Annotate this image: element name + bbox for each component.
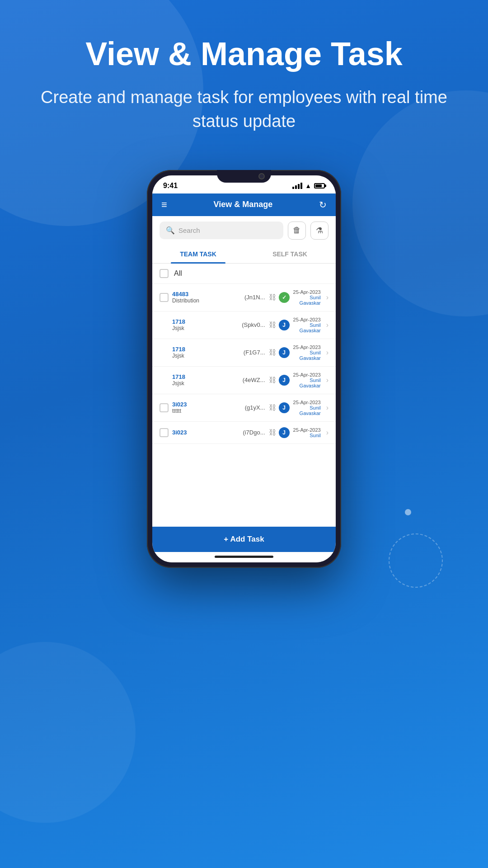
app-title: View & Manage — [214, 200, 273, 209]
row-checkbox[interactable] — [160, 293, 169, 302]
all-row[interactable]: All — [152, 264, 336, 284]
task-id: 1718 — [172, 373, 239, 380]
tabs: TEAM TASK SELF TASK — [152, 245, 336, 264]
phone-screen: 9:41 ▲ ≡ View & Manage — [152, 175, 336, 562]
task-date: 25-Apr-2023 — [293, 400, 321, 405]
table-row[interactable]: 1718 Jsjsk (F1G7... ⛓ J 25-Apr-2023 Suni… — [152, 339, 336, 367]
table-row[interactable]: 3i023 (i7Dgo... ⛓ J 25-Apr-2023 Sunil › — [152, 422, 336, 444]
filter-button[interactable]: ⚗ — [310, 222, 328, 240]
task-id: 3i023 — [172, 401, 241, 408]
task-name: tttttt — [172, 408, 241, 414]
task-date: 25-Apr-2023 — [293, 427, 321, 433]
task-icons: ⛓ J — [269, 402, 290, 413]
task-date: 25-Apr-2023 — [293, 344, 321, 350]
link-icon: ⛓ — [269, 349, 276, 357]
task-info: 3i023 tttttt — [172, 401, 241, 414]
search-placeholder: Search — [178, 226, 200, 234]
trash-button[interactable]: 🗑 — [288, 222, 306, 240]
status-badge: J — [279, 320, 290, 330]
trash-icon: 🗑 — [293, 226, 301, 235]
chevron-right-icon: › — [326, 376, 328, 384]
status-icons: ▲ — [292, 182, 325, 189]
task-name: Jsjsk — [172, 380, 239, 387]
task-name: Jsjsk — [172, 325, 238, 331]
link-icon: ⛓ — [269, 321, 276, 329]
task-assignee: SunilGavaskar — [293, 322, 321, 333]
status-badge: ✓ — [279, 292, 290, 303]
link-icon: ⛓ — [269, 429, 276, 437]
task-id: 1718 — [172, 318, 238, 325]
phone-notch — [217, 170, 271, 183]
task-name: Jsjsk — [172, 353, 240, 359]
app-header: ≡ View & Manage ↻ — [152, 193, 336, 216]
task-id: 3i023 — [172, 429, 239, 436]
task-date-assignee: 25-Apr-2023 SunilGavaskar — [293, 344, 321, 361]
task-icons: ⛓ J — [269, 320, 290, 330]
link-icon: ⛓ — [269, 404, 276, 412]
task-date: 25-Apr-2023 — [293, 317, 321, 322]
task-date-assignee: 25-Apr-2023 SunilGavaskar — [293, 372, 321, 388]
status-time: 9:41 — [163, 182, 178, 190]
camera — [258, 173, 265, 179]
task-info: 1718 Jsjsk — [172, 346, 240, 359]
status-badge: J — [279, 402, 290, 413]
status-badge: J — [279, 347, 290, 358]
task-id: 48483 — [172, 291, 241, 297]
row-checkbox[interactable] — [160, 428, 169, 437]
task-icons: ⛓ J — [269, 347, 290, 358]
task-code: (Jn1N... — [244, 294, 265, 301]
task-info: 1718 Jsjsk — [172, 373, 239, 387]
all-checkbox[interactable] — [160, 269, 169, 278]
chevron-right-icon: › — [326, 429, 328, 437]
task-date-assignee: 25-Apr-2023 SunilGavaskar — [293, 317, 321, 333]
all-label: All — [174, 269, 182, 278]
menu-icon[interactable]: ≡ — [161, 199, 167, 211]
link-icon: ⛓ — [269, 376, 276, 384]
task-code: (F1G7... — [244, 349, 265, 356]
task-assignee: SunilGavaskar — [293, 350, 321, 361]
refresh-icon[interactable]: ↻ — [319, 199, 327, 210]
search-box[interactable]: 🔍 Search — [160, 222, 283, 239]
search-icon: 🔍 — [166, 226, 175, 235]
task-info: 48483 Distribution — [172, 291, 241, 304]
task-assignee: SunilGavaskar — [293, 377, 321, 388]
row-checkbox[interactable] — [160, 403, 169, 412]
home-bar — [215, 556, 273, 558]
task-icons: ⛓ J — [269, 427, 290, 438]
chevron-right-icon: › — [326, 321, 328, 329]
task-assignee: SunilGavaskar — [293, 405, 321, 416]
table-row[interactable]: 48483 Distribution (Jn1N... ⛓ ✓ 25-Apr-2… — [152, 284, 336, 311]
hero-title: View & Manage Task — [27, 36, 461, 72]
tab-self-task[interactable]: SELF TASK — [244, 245, 336, 263]
task-date-assignee: 25-Apr-2023 SunilGavaskar — [293, 400, 321, 416]
battery-icon — [314, 183, 325, 189]
table-row[interactable]: 1718 Jsjsk (4eWZ... ⛓ J 25-Apr-2023 Suni… — [152, 367, 336, 394]
task-date: 25-Apr-2023 — [293, 289, 321, 295]
task-assignee: SunilGavaskar — [293, 295, 321, 306]
table-row[interactable]: 1718 Jsjsk (Spkv0... ⛓ J 25-Apr-2023 Sun… — [152, 311, 336, 339]
hero-section: View & Manage Task Create and manage tas… — [0, 0, 488, 152]
task-list: All 48483 Distribution (Jn1N... ⛓ ✓ — [152, 264, 336, 527]
status-badge: J — [279, 427, 290, 438]
task-info: 1718 Jsjsk — [172, 318, 238, 331]
table-row[interactable]: 3i023 tttttt (g1yX... ⛓ J 25-Apr-2023 Su… — [152, 394, 336, 422]
phone-mockup: 9:41 ▲ ≡ View & Manage — [0, 170, 488, 568]
filter-icon: ⚗ — [316, 226, 323, 236]
add-task-button[interactable]: + Add Task — [152, 527, 336, 552]
chevron-right-icon: › — [326, 404, 328, 412]
task-date: 25-Apr-2023 — [293, 372, 321, 377]
task-info: 3i023 — [172, 429, 239, 436]
signal-icon — [292, 183, 302, 189]
home-indicator — [152, 552, 336, 562]
task-code: (4eWZ... — [243, 377, 265, 383]
task-name: Distribution — [172, 297, 241, 304]
phone-frame: 9:41 ▲ ≡ View & Manage — [147, 170, 341, 568]
task-date-assignee: 25-Apr-2023 SunilGavaskar — [293, 289, 321, 306]
wifi-icon: ▲ — [305, 182, 311, 189]
task-icons: ⛓ ✓ — [269, 292, 290, 303]
link-icon: ⛓ — [269, 293, 276, 302]
task-id: 1718 — [172, 346, 240, 353]
tab-team-task[interactable]: TEAM TASK — [152, 245, 244, 263]
task-code: (g1yX... — [245, 404, 265, 411]
task-assignee: Sunil — [293, 433, 321, 438]
